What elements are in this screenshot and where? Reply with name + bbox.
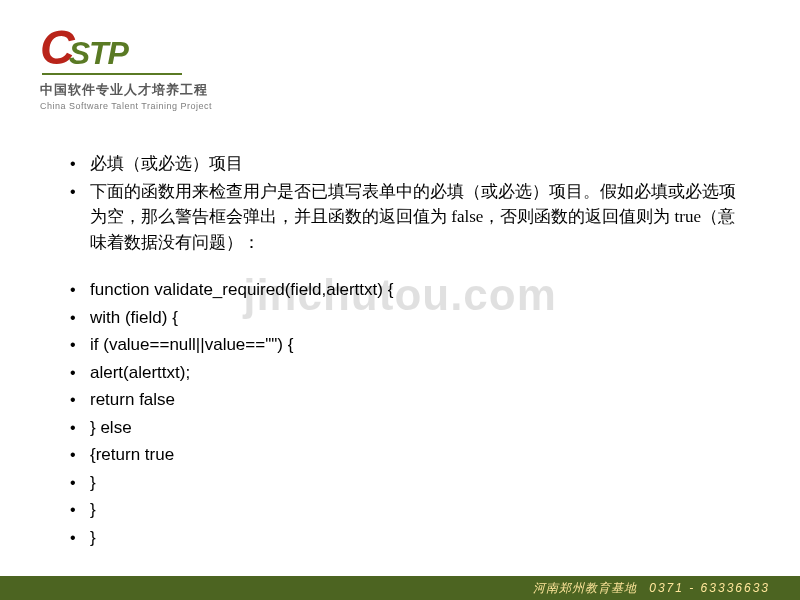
code-line: • }	[70, 525, 740, 551]
code-text: }	[90, 470, 96, 496]
logo-letters-stp: STP	[69, 35, 128, 72]
code-line: • }	[70, 497, 740, 523]
logo-chinese-text: 中国软件专业人才培养工程	[40, 81, 800, 99]
code-text: } else	[90, 415, 132, 441]
footer-location: 河南郑州教育基地	[533, 580, 637, 597]
code-text: }	[90, 497, 96, 523]
bullet-marker: •	[70, 526, 90, 550]
code-text: function validate_required(field,alerttx…	[90, 277, 393, 303]
code-line: • alert(alerttxt);	[70, 360, 740, 386]
bullet-marker: •	[70, 471, 90, 495]
bullet-marker: •	[70, 498, 90, 522]
bullet-marker: •	[70, 416, 90, 440]
bullet-text: 必填（或必选）项目	[90, 151, 243, 177]
code-line: • function validate_required(field,alert…	[70, 277, 740, 303]
bullet-marker: •	[70, 443, 90, 467]
code-line: • {return true	[70, 442, 740, 468]
code-line: • } else	[70, 415, 740, 441]
code-text: with (field) {	[90, 305, 178, 331]
bullet-marker: •	[70, 361, 90, 385]
bullet-marker: •	[70, 333, 90, 357]
code-line: • if (value==null||value=="") {	[70, 332, 740, 358]
code-line: • }	[70, 470, 740, 496]
code-text: {return true	[90, 442, 174, 468]
code-line: • with (field) {	[70, 305, 740, 331]
bullet-item: • 下面的函数用来检查用户是否已填写表单中的必填（或必选）项目。假如必填或必选项…	[70, 179, 740, 256]
bullet-marker: •	[70, 180, 90, 204]
bullet-marker: •	[70, 152, 90, 176]
bullet-marker: •	[70, 388, 90, 412]
code-line: • return false	[70, 387, 740, 413]
bullet-marker: •	[70, 306, 90, 330]
header: C STP 中国软件专业人才培养工程 China Software Talent…	[0, 0, 800, 111]
logo-english-text: China Software Talent Training Project	[40, 101, 800, 111]
code-text: alert(alerttxt);	[90, 360, 190, 386]
bullet-item: • 必填（或必选）项目	[70, 151, 740, 177]
code-text: }	[90, 525, 96, 551]
logo: C STP	[40, 20, 800, 75]
bullet-marker: •	[70, 278, 90, 302]
code-text: if (value==null||value=="") {	[90, 332, 293, 358]
bullet-text: 下面的函数用来检查用户是否已填写表单中的必填（或必选）项目。假如必填或必选项为空…	[90, 179, 740, 256]
slide-content: • 必填（或必选）项目 • 下面的函数用来检查用户是否已填写表单中的必填（或必选…	[0, 111, 800, 550]
code-text: return false	[90, 387, 175, 413]
footer-phone: 0371 - 63336633	[649, 581, 770, 595]
footer: 河南郑州教育基地 0371 - 63336633	[0, 576, 800, 600]
